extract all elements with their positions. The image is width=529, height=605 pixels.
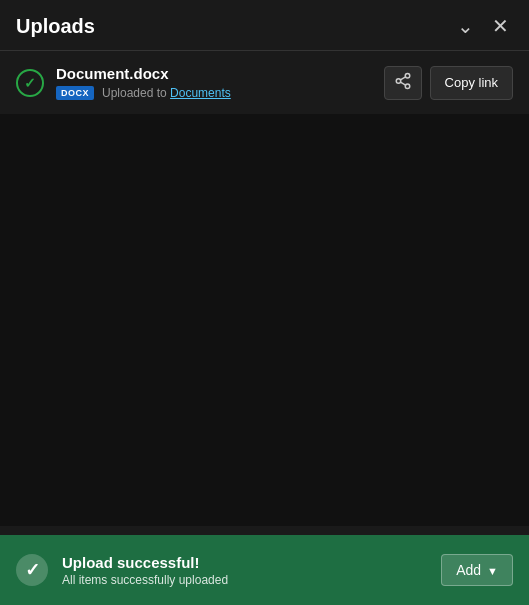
upload-filename: Document.docx <box>56 65 384 82</box>
header-actions: ⌄ ✕ <box>453 14 513 38</box>
upload-item-actions: Copy link <box>384 66 513 100</box>
add-button[interactable]: Add ▼ <box>441 554 513 586</box>
success-text-block: Upload successful! All items successfull… <box>62 554 427 587</box>
file-options-button[interactable] <box>384 66 422 100</box>
upload-meta: DOCX Uploaded to Documents <box>56 86 384 100</box>
close-button[interactable]: ✕ <box>488 14 513 38</box>
uploads-header: Uploads ⌄ ✕ <box>0 0 529 50</box>
svg-line-3 <box>400 82 405 85</box>
minimize-icon: ⌄ <box>457 16 474 36</box>
upload-item-row: ✓ Document.docx DOCX Uploaded to Documen… <box>0 51 529 114</box>
copy-link-button[interactable]: Copy link <box>430 66 513 100</box>
file-options-icon <box>394 72 412 94</box>
destination-link[interactable]: Documents <box>170 86 231 100</box>
docx-badge: DOCX <box>56 86 94 100</box>
success-checkmark-icon: ✓ <box>25 559 40 581</box>
main-content-area <box>0 114 529 526</box>
upload-item-info: Document.docx DOCX Uploaded to Documents <box>56 65 384 100</box>
success-title: Upload successful! <box>62 554 427 571</box>
close-icon: ✕ <box>492 16 509 36</box>
success-bar: ✓ Upload successful! All items successfu… <box>0 535 529 605</box>
success-circle: ✓ <box>16 554 48 586</box>
checkmark-icon: ✓ <box>24 75 36 91</box>
header-title: Uploads <box>16 15 95 38</box>
success-subtitle: All items successfully uploaded <box>62 573 427 587</box>
add-label: Add <box>456 562 481 578</box>
success-check-indicator: ✓ <box>16 69 44 97</box>
minimize-button[interactable]: ⌄ <box>453 14 478 38</box>
svg-line-4 <box>400 76 405 79</box>
chevron-down-icon: ▼ <box>487 565 498 577</box>
upload-destination: Uploaded to Documents <box>102 86 231 100</box>
